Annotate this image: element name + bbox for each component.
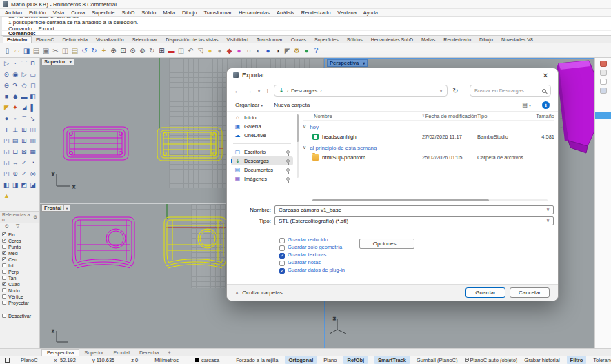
scale-icon[interactable]: ◹ [196,45,205,56]
tool-palette-icon[interactable]: ↷ [11,81,20,90]
status-item[interactable]: Ortogonal [285,356,317,364]
panel-icon[interactable] [600,61,607,67]
cut-icon[interactable]: ✂ [51,45,60,56]
info-icon[interactable]: i [542,101,550,109]
sidebar-item-documentos[interactable]: ▤ Documentos [231,165,293,174]
toolbar-tab[interactable]: Transformar [252,36,287,43]
checkbox[interactable] [2,288,6,292]
new-document-icon[interactable]: ▯ [3,45,12,56]
chevron-down-icon[interactable]: ∨ [546,207,550,212]
chevron-down-icon[interactable]: ▾ [63,205,68,210]
checkbox[interactable] [279,253,285,259]
toolbar-tab[interactable]: Curvas [287,36,310,43]
tool-palette-icon[interactable]: ◆ [11,92,20,101]
menu-item[interactable]: SubD [119,10,139,16]
breadcrumb-separator[interactable]: › [320,88,321,93]
menu-item[interactable]: Vista [50,10,68,16]
filetype-select[interactable]: STL (Estereolitografía) (*.stl) ∨ [274,216,554,225]
viewport-tab[interactable]: Perspectiva [41,349,79,356]
copy-object-icon[interactable]: ◫ [177,45,186,56]
zoom-extents-icon[interactable]: ⊚ [138,45,147,56]
tool-palette-icon[interactable]: ▷ [20,70,29,79]
tool-palette-icon[interactable]: T [2,125,11,134]
tool-palette-icon[interactable]: ◫ [28,125,37,134]
tool-palette-icon[interactable]: ⊞ [20,125,29,134]
lamp-icon[interactable]: ● [206,45,214,56]
back-icon[interactable]: ← [234,87,241,94]
file-row[interactable]: headscanhigh 27/02/2026 11:17 BambuStudi… [303,132,554,141]
checkbox[interactable] [2,232,6,236]
earth-icon[interactable]: ● [302,45,311,56]
osnap-item[interactable]: Perp [2,269,37,274]
paste-icon[interactable]: ▤ [70,45,79,56]
viewport-tab[interactable]: Frontal [109,349,134,356]
select-filter-icon[interactable]: ◤ [283,45,292,56]
tool-palette-icon[interactable]: ◧ [28,92,37,101]
checkbox[interactable] [2,276,6,280]
recent-locations-chevron-icon[interactable]: ∨ [257,88,261,94]
toolbar-tab[interactable]: Seleccionar [128,36,162,43]
column-header-tamano[interactable]: Tamaño [527,113,554,119]
tool-palette-icon[interactable]: ⊥ [11,125,20,134]
command-history[interactable]: Se ha terminado el comando 1 polisuperfi… [0,17,611,30]
status-item[interactable]: RefObj [343,356,368,364]
refresh-icon[interactable]: ↻ [452,87,458,94]
gears-icon[interactable]: ⚙ [292,45,301,56]
checkbox[interactable] [2,282,6,286]
notification-square-icon[interactable] [5,358,10,363]
status-item[interactable]: Plano [323,356,337,364]
save-option-checkbox[interactable]: Guardar datos de plug-in [279,267,351,274]
save-option-checkbox[interactable]: Guardar reducido [279,237,351,243]
chevron-down-icon[interactable]: ∨ [546,218,550,223]
shield-icon[interactable]: ◆ [225,45,234,56]
status-item[interactable]: Milímetros [154,356,179,364]
column-header-nombre[interactable]: Nombre [303,113,422,119]
move-icon[interactable]: ▬ [167,45,176,56]
viewport-tab[interactable]: Derecha [134,349,163,356]
tool-palette-icon[interactable]: ✦ [11,103,20,112]
copy-icon[interactable]: ◫ [61,45,70,56]
status-item[interactable]: SmartTrack [374,356,410,364]
sidebar-item-onedrive[interactable]: ☁ OneDrive [231,131,293,140]
tool-palette-icon[interactable]: ◦ [11,114,20,123]
tool-palette-icon[interactable]: ⊟ [11,148,20,156]
osnap-item[interactable]: Med [2,250,37,256]
chevron-down-icon[interactable]: ▾ [361,61,365,65]
toolbar-tab[interactable]: Definir vista [58,36,92,43]
tool-palette-icon[interactable]: ▤ [11,136,20,145]
chevron-down-icon[interactable]: ∨ [303,145,306,150]
checkbox[interactable] [279,268,285,274]
osnap-item[interactable]: Int [2,263,37,268]
menu-item[interactable]: Sólido [138,10,159,16]
save-option-checkbox[interactable]: Guardar solo geometría [279,245,351,251]
open-folder-icon[interactable]: ▱ [12,45,21,56]
menu-item[interactable]: Transformar [200,10,235,16]
tool-palette-icon[interactable]: ▬ [20,92,29,101]
toolbar-tab[interactable]: Visualización [92,36,128,43]
checkbox[interactable] [2,314,6,318]
column-header-fecha[interactable]: ∨Fecha de modificación [422,113,477,119]
tool-palette-icon[interactable]: ◨ [11,181,20,190]
move-viewport-icon[interactable]: + [163,349,174,356]
tool-palette-icon[interactable]: ⊙ [2,70,11,79]
filename-input[interactable]: Carcasa cámara v1_base ∨ [274,205,554,214]
status-item[interactable]: carcasa [195,356,219,364]
checkbox[interactable] [2,270,6,274]
zoom-selected-icon[interactable]: ⊙ [128,45,137,56]
panel-icon[interactable] [600,79,607,85]
layers-grid-icon[interactable]: ⊞ [157,45,166,56]
tool-palette-icon[interactable]: ◩ [20,181,29,190]
menu-item[interactable]: Dibujo [179,10,200,16]
panel-icon[interactable] [600,70,607,76]
redo-icon[interactable]: ↻ [90,45,99,56]
toolbar-tab[interactable]: Novedades V8 [497,36,537,43]
sidebar-item-imagenes[interactable]: ▦ Imágenes [231,174,293,183]
toolbar-tab[interactable]: Herramientas SubD [367,36,417,43]
close-icon[interactable]: ✕ [539,72,552,79]
tool-palette-icon[interactable]: ⌒ [20,59,29,68]
menu-item[interactable]: Ayuda [360,10,381,16]
status-item[interactable]: z 0 [131,356,138,364]
organize-menu[interactable]: Organizar▾ [235,102,263,108]
save-option-checkbox[interactable]: Guardar texturas [279,252,351,259]
search-box[interactable]: Buscar en Descargas [470,85,551,97]
